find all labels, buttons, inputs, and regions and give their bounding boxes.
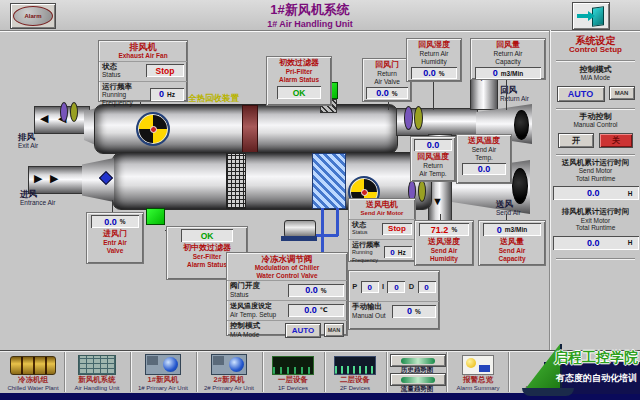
pid-p-value: 0: [361, 281, 379, 293]
chiller-coil: [312, 153, 346, 209]
valve-man-button[interactable]: MAN: [324, 323, 344, 337]
watermark-brand-line2: 有态度的自动化培训: [556, 372, 640, 385]
exhaust-fan-status-value: Stop: [146, 64, 184, 77]
pri-filter-panel: 初效过滤器 Pri-Filter Alarm Status OK: [266, 56, 332, 106]
return-duct-opening: [514, 110, 529, 140]
flow-trend-label: 流量趋势图: [388, 385, 446, 393]
watermark-hull-icon: [522, 388, 574, 396]
return-capacity-value: 0m3/Min: [475, 67, 541, 79]
sensor-dot: [418, 180, 426, 202]
return-capacity-panel: 回风量 Return Air Capacity 0m3/Min: [470, 38, 546, 80]
nav-2-primary-air-unit[interactable]: 2#新风机 2# Primary Air Unit: [198, 352, 260, 392]
return-air-label: 回风 Return Air: [500, 86, 550, 102]
exit-air-label: 排风 Exit Air: [18, 133, 78, 149]
send-capacity-value: 0m3/Min: [483, 223, 541, 236]
pid-panel: P 0 I 0 D 0 手动输出Manual Out 0%: [348, 270, 440, 330]
send-motor-panel: 送风电机 Send Air Motor 状态Status Stop 运行频率Ru…: [348, 198, 416, 262]
entrance-flow-arrow: ▶: [34, 173, 42, 184]
chilled-water-pipe: [321, 208, 324, 252]
pid-d-value: 0: [418, 281, 436, 293]
nav-1f-devices[interactable]: 一层设备 1F Devices: [264, 352, 322, 392]
pri-filter-status-value: OK: [277, 86, 321, 99]
sensor-dot: [404, 106, 413, 130]
alarm-summary-icon: [462, 355, 494, 375]
send-temp-value: 0.0: [462, 163, 506, 175]
send-air-label: 送风 Send Air: [496, 200, 546, 216]
return-valve-panel: 回风门 Return Air Valve 0.0%: [362, 58, 412, 102]
valve-body: [281, 236, 317, 241]
alarm-button[interactable]: Alarm: [10, 3, 56, 29]
exhaust-fan-title-cn: 排风机: [99, 42, 187, 52]
control-setup-title-en: Control Setup: [551, 46, 640, 54]
nav-2f-devices[interactable]: 二层设备 2F Devices: [326, 352, 384, 392]
valve-opening-value: 0.0%: [288, 284, 344, 297]
heat-recovery-wheel: [242, 105, 258, 153]
ser-filter-status-value: OK: [181, 229, 233, 242]
nav-1-primary-air-unit[interactable]: 1#新风机 1# Primary Air Unit: [132, 352, 194, 392]
nav-chilled-water-plant[interactable]: 冷冻机组 Chilled Water Plant: [2, 352, 64, 392]
chilled-water-pipe: [336, 208, 339, 236]
send-motor-status-value: Stop: [382, 223, 412, 235]
manual-on-button[interactable]: 开: [558, 133, 594, 148]
control-setup-panel: 系统设定 Control Setup 控制模式 M/A Mode AUTO MA…: [551, 30, 640, 350]
sensor-dot: [414, 106, 423, 130]
fan-unit-icon: [145, 354, 181, 375]
send-motor-freq-value: 0Hz: [384, 246, 412, 258]
page-title-en: 1# Air Handling Unit: [130, 19, 490, 29]
send-humidity-panel: 71.2% 送风湿度 Send Air Humidity: [414, 220, 474, 266]
damper-indicator-bottom: [146, 208, 165, 225]
air-temp-setup-value: 0.0℃: [288, 304, 344, 317]
exit-runtime-value: 0.0H: [553, 236, 639, 250]
heat-recovery-label: 全热回收装置: [188, 93, 262, 105]
send-humidity-value: 71.2%: [419, 223, 469, 236]
manual-out-value: 0%: [392, 305, 436, 318]
return-humidity-panel: 回风湿度 Return Air Humidity 0.0%: [406, 38, 462, 82]
alarm-button-label: Alarm: [24, 13, 41, 19]
page-title-cn: 1#新风机系统: [130, 1, 490, 19]
exhaust-fan-panel: 排风机 Exhaust Air Fan 状态Status Stop 运行频率Ru…: [98, 40, 188, 102]
nav-alarm-summary[interactable]: 报警总览 Alarm Summary: [448, 352, 508, 392]
sensor-dot: [70, 102, 78, 122]
exit-door-icon: [577, 7, 605, 25]
alarm-oval-icon: Alarm: [13, 6, 53, 26]
sensor-dot: [60, 102, 68, 122]
send-flow-arrow: ▼: [432, 196, 443, 207]
return-temp-panel: 0.0 回风温度 Return Air Temp.: [410, 136, 456, 182]
entrance-air-label: 进风 Entrance Air: [20, 190, 80, 206]
send-capacity-panel: 0m3/Min 送风量 Send Air Capacity: [478, 220, 546, 266]
mode-auto-button[interactable]: AUTO: [557, 86, 605, 102]
exit-button[interactable]: [572, 2, 610, 30]
filter-band: [226, 153, 246, 209]
exhaust-fan-symbol: [136, 112, 170, 146]
watermark-brand-line1: 启程工控学院: [554, 349, 640, 367]
return-temp-value: 0.0: [414, 139, 452, 151]
trend-icon: [401, 377, 435, 383]
entrance-valve-panel: 0.0% 进风门 Entr Air Valve: [86, 212, 144, 264]
page-title: 1#新风机系统 1# Air Handling Unit: [130, 1, 490, 29]
return-humidity-value: 0.0%: [411, 67, 457, 79]
fan-unit-icon: [211, 354, 247, 375]
send-temp-panel: 送风温度 Send Air Temp. 0.0: [456, 134, 512, 184]
valve-auto-button[interactable]: AUTO: [285, 323, 321, 338]
exhaust-flow-arrow: ◀: [40, 113, 48, 124]
exhaust-fan-title-en: Exhaust Air Fan: [99, 52, 187, 60]
send-duct-opening: [512, 168, 528, 204]
chiller-icon: [10, 356, 56, 375]
ahu-grid-icon: [78, 355, 116, 375]
floor-devices-icon: [334, 356, 376, 375]
hmi-screen: Alarm 1#新风机系统 1# Air Handling Unit ◀ ◀ 排…: [0, 0, 640, 400]
entrance-valve-value: 0.0%: [91, 215, 139, 228]
trend-icon: [401, 358, 435, 364]
pid-i-value: 0: [387, 281, 405, 293]
send-runtime-value: 0.0H: [553, 186, 639, 200]
chiller-valve-panel: 冷冻水调节阀 Modulation of Chiller Water Contr…: [226, 252, 348, 336]
manual-off-button[interactable]: 关: [599, 133, 633, 148]
mode-man-button[interactable]: MAN: [609, 86, 635, 100]
nav-air-handling-unit[interactable]: 新风机系统 Air Handling Unit: [66, 352, 128, 392]
return-valve-value: 0.0%: [366, 87, 408, 99]
exhaust-fan-freq-value: 0Hz: [150, 88, 184, 101]
entrance-flow-arrow: ▶: [50, 173, 58, 184]
floor-devices-icon: [272, 356, 314, 375]
